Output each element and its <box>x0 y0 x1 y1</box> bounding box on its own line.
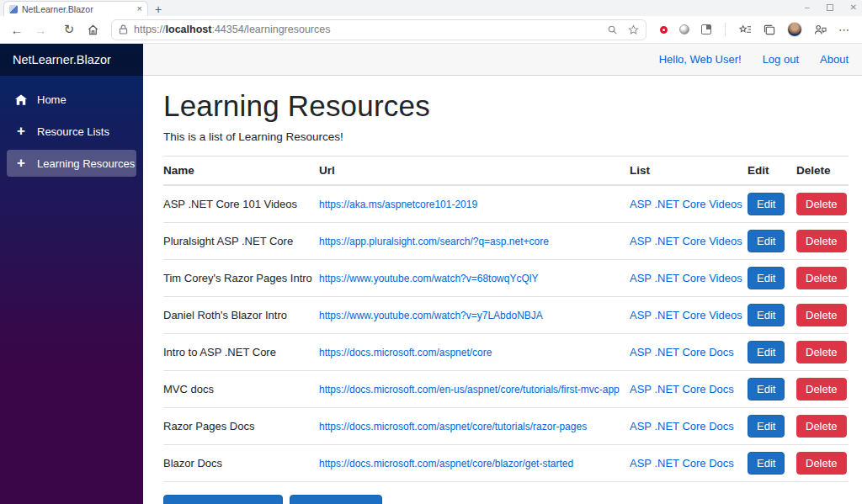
resource-list-link[interactable]: ASP .NET Core Docs <box>630 383 734 395</box>
delete-button[interactable]: Delete <box>796 304 847 326</box>
add-new-resource-button[interactable]: Add New Resource <box>163 495 283 504</box>
collections-icon[interactable] <box>764 24 775 35</box>
resource-list-link[interactable]: ASP .NET Core Docs <box>630 420 734 432</box>
table-row: Blazor Docs https://docs.microsoft.com/a… <box>163 445 849 482</box>
hello-user-link[interactable]: Hello, Web User! <box>659 53 742 66</box>
all-resources-button[interactable]: All Resources <box>290 495 381 504</box>
logout-link[interactable]: Log out <box>763 53 799 66</box>
sidebar-item-learning-resources[interactable]: + Learning Resources <box>7 150 136 177</box>
address-bar[interactable]: https://localhost:44354/learningresource… <box>111 19 646 40</box>
browser-window: NetLearner.Blazor × + – ✕ ← → ↻ https://… <box>0 0 862 504</box>
menu-icon[interactable]: ⋯ <box>838 24 850 36</box>
resource-url-cell: https://www.youtube.com/watch?v=68towqYc… <box>319 272 630 284</box>
resource-url-link[interactable]: https://docs.microsoft.com/en-us/aspnet/… <box>319 384 620 395</box>
tab-bar: NetLearner.Blazor × + – ✕ <box>0 0 862 16</box>
resource-url-link[interactable]: https://docs.microsoft.com/aspnet/core <box>319 347 492 358</box>
toolbar-divider <box>725 23 726 36</box>
resource-list-link[interactable]: ASP .NET Core Videos <box>630 198 742 210</box>
url-text: https://localhost:44354/learningresource… <box>134 24 601 35</box>
edit-cell: Edit <box>748 378 796 401</box>
resource-list-link[interactable]: ASP .NET Core Docs <box>630 457 734 470</box>
star-icon[interactable] <box>628 24 639 35</box>
resource-list-cell: ASP .NET Core Docs <box>630 346 748 358</box>
home-icon <box>14 94 28 105</box>
restore-button[interactable] <box>827 4 833 11</box>
edit-button[interactable]: Edit <box>748 304 785 326</box>
edit-button[interactable]: Edit <box>748 267 785 289</box>
delete-cell: Delete <box>796 304 849 326</box>
resource-url-link[interactable]: https://www.youtube.com/watch?v=y7LAbdoN… <box>319 310 543 321</box>
browser-toolbar: ← → ↻ https://localhost:44354/learningre… <box>0 16 862 44</box>
edit-button[interactable]: Edit <box>748 230 785 252</box>
resource-list-cell: ASP .NET Core Docs <box>630 383 748 395</box>
resource-list-link[interactable]: ASP .NET Core Docs <box>630 346 734 358</box>
resource-url-cell: https://app.pluralsight.com/search/?q=as… <box>319 235 630 247</box>
content-area: Hello, Web User! Log out About Learning … <box>143 44 862 504</box>
profile-avatar[interactable] <box>787 22 802 37</box>
sidebar-item-label: Home <box>37 93 67 106</box>
feedback-icon[interactable] <box>814 24 827 35</box>
col-header-edit: Edit <box>748 164 796 177</box>
delete-button[interactable]: Delete <box>796 378 847 401</box>
table-row: ASP .NET Core 101 Videos https://aka.ms/… <box>163 186 849 223</box>
extension-window-icon[interactable] <box>701 24 711 34</box>
edit-cell: Edit <box>748 230 796 252</box>
edit-button[interactable]: Edit <box>748 193 785 215</box>
resource-url-link[interactable]: https://docs.microsoft.com/aspnet/core/t… <box>319 421 587 432</box>
delete-button[interactable]: Delete <box>796 193 847 215</box>
resource-url-cell: https://docs.microsoft.com/aspnet/core <box>319 346 630 358</box>
tab-favicon-icon <box>9 5 18 13</box>
extension-ball-icon[interactable] <box>679 24 689 34</box>
about-link[interactable]: About <box>820 53 849 66</box>
lock-icon <box>119 24 128 34</box>
sidebar-item-label: Resource Lists <box>37 125 109 138</box>
resource-url-cell: https://aka.ms/aspnetcore101-2019 <box>319 198 630 210</box>
resource-url-link[interactable]: https://docs.microsoft.com/aspnet/core/b… <box>319 458 573 470</box>
resource-name: MVC docs <box>163 383 319 395</box>
back-icon[interactable]: ← <box>7 19 27 40</box>
delete-button[interactable]: Delete <box>796 452 847 475</box>
browser-tab[interactable]: NetLearner.Blazor × <box>3 1 148 16</box>
minimize-button[interactable]: – <box>805 3 810 12</box>
resource-url-cell: https://www.youtube.com/watch?v=y7LAbdoN… <box>319 309 630 321</box>
resource-list-cell: ASP .NET Core Docs <box>630 457 748 470</box>
resource-name: Intro to ASP .NET Core <box>163 346 319 358</box>
table-row: Tim Corey's Razor Pages Intro https://ww… <box>163 260 849 297</box>
resource-list-link[interactable]: ASP .NET Core Videos <box>630 272 742 284</box>
table-row: Intro to ASP .NET Core https://docs.micr… <box>163 334 849 371</box>
resource-url-link[interactable]: https://www.youtube.com/watch?v=68towqYc… <box>319 273 538 284</box>
delete-button[interactable]: Delete <box>796 230 847 252</box>
favorites-bar-icon[interactable] <box>739 24 752 35</box>
delete-cell: Delete <box>796 193 849 215</box>
resource-name: ASP .NET Core 101 Videos <box>163 198 319 210</box>
delete-button[interactable]: Delete <box>796 267 847 289</box>
forward-icon[interactable]: → <box>30 19 51 40</box>
edit-button[interactable]: Edit <box>748 415 785 438</box>
search-icon[interactable] <box>607 24 618 35</box>
extension-o-icon[interactable] <box>660 26 668 34</box>
edit-button[interactable]: Edit <box>748 452 785 475</box>
resources-table: Name Url List Edit Delete ASP .NET Core … <box>163 156 849 482</box>
sidebar-item-home[interactable]: Home <box>7 86 136 113</box>
sidebar-item-resource-lists[interactable]: + Resource Lists <box>7 118 136 145</box>
resource-url-link[interactable]: https://aka.ms/aspnetcore101-2019 <box>319 199 477 210</box>
resource-list-link[interactable]: ASP .NET Core Videos <box>630 309 742 321</box>
delete-cell: Delete <box>796 341 849 363</box>
resource-url-link[interactable]: https://app.pluralsight.com/search/?q=as… <box>319 236 549 247</box>
new-tab-button[interactable]: + <box>155 3 162 15</box>
delete-button[interactable]: Delete <box>796 415 847 438</box>
edit-button[interactable]: Edit <box>748 341 785 363</box>
resource-name: Razor Pages Docs <box>163 420 319 432</box>
edit-button[interactable]: Edit <box>748 378 785 401</box>
delete-button[interactable]: Delete <box>796 341 847 363</box>
resource-list-link[interactable]: ASP .NET Core Videos <box>630 235 742 247</box>
resource-list-cell: ASP .NET Core Videos <box>630 235 748 247</box>
home-icon[interactable] <box>82 19 103 40</box>
tab-close-icon[interactable]: × <box>137 4 142 13</box>
page-title: Learning Resources <box>163 89 849 123</box>
resource-list-cell: ASP .NET Core Videos <box>630 309 748 321</box>
refresh-icon[interactable]: ↻ <box>59 19 79 40</box>
resource-url-cell: https://docs.microsoft.com/aspnet/core/t… <box>319 420 630 432</box>
window-close-button[interactable]: ✕ <box>850 3 857 12</box>
col-header-list: List <box>630 164 748 177</box>
